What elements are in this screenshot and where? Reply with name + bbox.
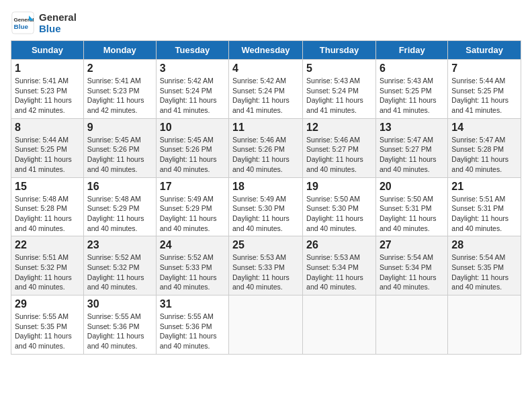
calendar-cell: 14Sunrise: 5:47 AMSunset: 5:28 PMDayligh… [448, 118, 521, 177]
day-detail: Sunrise: 5:43 AMSunset: 5:25 PMDaylight:… [380, 76, 444, 116]
day-detail: Sunrise: 5:50 AMSunset: 5:31 PMDaylight:… [380, 194, 444, 234]
calendar-cell: 29Sunrise: 5:55 AMSunset: 5:35 PMDayligh… [11, 295, 84, 355]
calendar-cell: 10Sunrise: 5:45 AMSunset: 5:26 PMDayligh… [156, 118, 228, 177]
logo: General Blue General Blue [11, 11, 77, 35]
day-number: 29 [15, 298, 80, 310]
calendar-cell: 15Sunrise: 5:48 AMSunset: 5:28 PMDayligh… [11, 177, 84, 236]
calendar-cell: 13Sunrise: 5:47 AMSunset: 5:27 PMDayligh… [375, 118, 447, 177]
day-detail: Sunrise: 5:45 AMSunset: 5:26 PMDaylight:… [87, 135, 152, 175]
day-number: 8 [15, 122, 80, 134]
day-detail: Sunrise: 5:44 AMSunset: 5:25 PMDaylight:… [451, 76, 517, 116]
logo-text2: Blue [39, 23, 77, 34]
day-number: 26 [306, 239, 372, 251]
day-header-thursday: Thursday [303, 41, 376, 60]
calendar-cell: 20Sunrise: 5:50 AMSunset: 5:31 PMDayligh… [375, 177, 447, 236]
day-number: 6 [380, 62, 444, 75]
table-row: 29Sunrise: 5:55 AMSunset: 5:35 PMDayligh… [11, 295, 521, 355]
day-number: 24 [160, 239, 225, 251]
calendar-cell: 12Sunrise: 5:46 AMSunset: 5:27 PMDayligh… [303, 118, 376, 177]
day-detail: Sunrise: 5:53 AMSunset: 5:33 PMDaylight:… [232, 253, 299, 292]
day-number: 23 [87, 239, 152, 251]
day-detail: Sunrise: 5:51 AMSunset: 5:31 PMDaylight:… [451, 194, 517, 234]
day-detail: Sunrise: 5:52 AMSunset: 5:32 PMDaylight:… [87, 253, 152, 292]
calendar-cell: 16Sunrise: 5:48 AMSunset: 5:29 PMDayligh… [83, 177, 156, 236]
day-detail: Sunrise: 5:55 AMSunset: 5:36 PMDaylight:… [160, 312, 225, 351]
calendar-cell [375, 295, 447, 355]
day-number: 15 [15, 181, 80, 193]
calendar-cell: 31Sunrise: 5:55 AMSunset: 5:36 PMDayligh… [156, 295, 228, 355]
calendar-cell: 24Sunrise: 5:52 AMSunset: 5:33 PMDayligh… [156, 236, 228, 295]
day-number: 7 [451, 62, 517, 75]
calendar-cell: 19Sunrise: 5:50 AMSunset: 5:30 PMDayligh… [303, 177, 376, 236]
day-number: 18 [232, 181, 299, 193]
day-detail: Sunrise: 5:55 AMSunset: 5:35 PMDaylight:… [15, 312, 80, 351]
day-detail: Sunrise: 5:43 AMSunset: 5:24 PMDaylight:… [306, 76, 372, 116]
calendar-cell: 25Sunrise: 5:53 AMSunset: 5:33 PMDayligh… [229, 236, 303, 295]
calendar-cell: 5Sunrise: 5:43 AMSunset: 5:24 PMDaylight… [303, 60, 376, 119]
day-number: 30 [87, 298, 152, 310]
table-row: 8Sunrise: 5:44 AMSunset: 5:25 PMDaylight… [11, 118, 521, 177]
calendar-cell: 1Sunrise: 5:41 AMSunset: 5:23 PMDaylight… [11, 60, 84, 119]
calendar-cell: 11Sunrise: 5:46 AMSunset: 5:26 PMDayligh… [229, 118, 303, 177]
table-row: 1Sunrise: 5:41 AMSunset: 5:23 PMDaylight… [11, 60, 521, 119]
calendar-cell: 2Sunrise: 5:41 AMSunset: 5:23 PMDaylight… [83, 60, 156, 119]
day-number: 3 [160, 62, 225, 75]
calendar-cell: 18Sunrise: 5:49 AMSunset: 5:30 PMDayligh… [229, 177, 303, 236]
day-detail: Sunrise: 5:45 AMSunset: 5:26 PMDaylight:… [160, 135, 225, 175]
day-detail: Sunrise: 5:44 AMSunset: 5:25 PMDaylight:… [15, 135, 80, 175]
calendar-header: SundayMondayTuesdayWednesdayThursdayFrid… [11, 41, 521, 60]
svg-text:Blue: Blue [14, 23, 29, 30]
header: General Blue General Blue [11, 11, 521, 35]
calendar-cell [448, 295, 521, 355]
calendar-cell: 26Sunrise: 5:53 AMSunset: 5:34 PMDayligh… [303, 236, 376, 295]
calendar-cell: 22Sunrise: 5:51 AMSunset: 5:32 PMDayligh… [11, 236, 84, 295]
day-detail: Sunrise: 5:47 AMSunset: 5:27 PMDaylight:… [380, 135, 444, 175]
day-number: 28 [451, 239, 517, 251]
day-header-tuesday: Tuesday [156, 41, 228, 60]
day-number: 11 [232, 122, 299, 134]
day-detail: Sunrise: 5:49 AMSunset: 5:30 PMDaylight:… [232, 194, 299, 234]
calendar-cell: 23Sunrise: 5:52 AMSunset: 5:32 PMDayligh… [83, 236, 156, 295]
day-detail: Sunrise: 5:41 AMSunset: 5:23 PMDaylight:… [87, 76, 152, 116]
days-header-row: SundayMondayTuesdayWednesdayThursdayFrid… [11, 41, 521, 60]
day-number: 5 [306, 62, 372, 75]
day-detail: Sunrise: 5:46 AMSunset: 5:27 PMDaylight:… [306, 135, 372, 175]
day-number: 20 [380, 181, 444, 193]
day-number: 9 [87, 122, 152, 134]
day-detail: Sunrise: 5:55 AMSunset: 5:36 PMDaylight:… [87, 312, 152, 351]
day-number: 4 [232, 62, 299, 75]
day-detail: Sunrise: 5:50 AMSunset: 5:30 PMDaylight:… [306, 194, 372, 234]
day-detail: Sunrise: 5:42 AMSunset: 5:24 PMDaylight:… [232, 76, 299, 116]
calendar-body: 1Sunrise: 5:41 AMSunset: 5:23 PMDaylight… [11, 60, 521, 355]
day-detail: Sunrise: 5:46 AMSunset: 5:26 PMDaylight:… [232, 135, 299, 175]
calendar-cell: 8Sunrise: 5:44 AMSunset: 5:25 PMDaylight… [11, 118, 84, 177]
day-detail: Sunrise: 5:47 AMSunset: 5:28 PMDaylight:… [451, 135, 517, 175]
day-number: 27 [380, 239, 444, 251]
calendar-cell: 17Sunrise: 5:49 AMSunset: 5:29 PMDayligh… [156, 177, 228, 236]
day-number: 13 [380, 122, 444, 134]
day-number: 10 [160, 122, 225, 134]
calendar-table: SundayMondayTuesdayWednesdayThursdayFrid… [11, 40, 521, 355]
day-detail: Sunrise: 5:41 AMSunset: 5:23 PMDaylight:… [15, 76, 80, 116]
calendar-cell: 6Sunrise: 5:43 AMSunset: 5:25 PMDaylight… [375, 60, 447, 119]
calendar-cell: 28Sunrise: 5:54 AMSunset: 5:35 PMDayligh… [448, 236, 521, 295]
day-number: 19 [306, 181, 372, 193]
calendar-cell: 21Sunrise: 5:51 AMSunset: 5:31 PMDayligh… [448, 177, 521, 236]
day-number: 12 [306, 122, 372, 134]
day-header-monday: Monday [83, 41, 156, 60]
calendar-cell: 7Sunrise: 5:44 AMSunset: 5:25 PMDaylight… [448, 60, 521, 119]
day-number: 22 [15, 239, 80, 251]
table-row: 22Sunrise: 5:51 AMSunset: 5:32 PMDayligh… [11, 236, 521, 295]
day-number: 2 [87, 62, 152, 75]
day-number: 25 [232, 239, 299, 251]
calendar-cell: 3Sunrise: 5:42 AMSunset: 5:24 PMDaylight… [156, 60, 228, 119]
calendar-cell: 30Sunrise: 5:55 AMSunset: 5:36 PMDayligh… [83, 295, 156, 355]
day-header-wednesday: Wednesday [229, 41, 303, 60]
calendar-cell: 9Sunrise: 5:45 AMSunset: 5:26 PMDaylight… [83, 118, 156, 177]
day-detail: Sunrise: 5:48 AMSunset: 5:29 PMDaylight:… [87, 194, 152, 234]
day-detail: Sunrise: 5:52 AMSunset: 5:33 PMDaylight:… [160, 253, 225, 292]
day-number: 17 [160, 181, 225, 193]
calendar-cell [229, 295, 303, 355]
logo-icon: General Blue [11, 11, 35, 35]
calendar-cell: 4Sunrise: 5:42 AMSunset: 5:24 PMDaylight… [229, 60, 303, 119]
